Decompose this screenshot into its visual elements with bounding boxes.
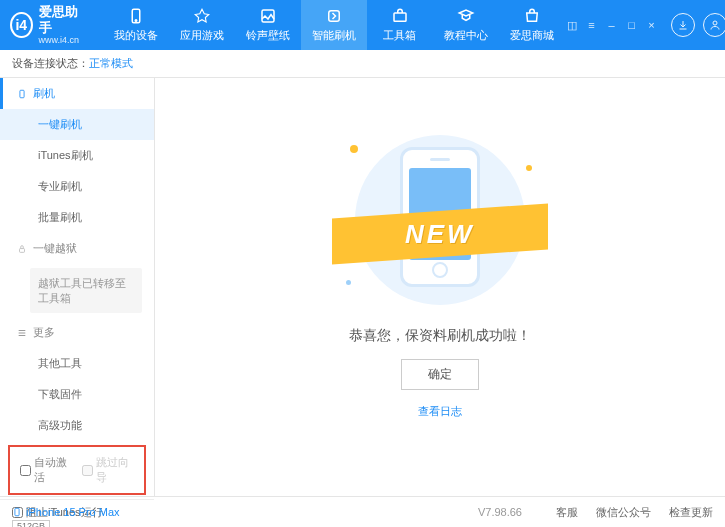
nav-label: 铃声壁纸 [246,28,290,43]
top-nav: 我的设备 应用游戏 铃声壁纸 智能刷机 工具箱 教程中心 爱思商城 [103,0,565,50]
title-bar: i4 爱思助手 www.i4.cn 我的设备 应用游戏 铃声壁纸 智能刷机 工具… [0,0,725,50]
menu-icon[interactable]: ≡ [585,18,599,32]
nav-flash[interactable]: 智能刷机 [301,0,367,50]
nav-label: 我的设备 [114,28,158,43]
checkbox-auto-activate[interactable]: 自动激活 [20,455,72,485]
sidebar-item-advanced[interactable]: 高级功能 [0,410,154,441]
phone-icon [17,89,27,99]
version-label: V7.98.66 [478,506,522,518]
svg-rect-7 [20,248,25,252]
download-button[interactable] [671,13,695,37]
skin-icon[interactable]: ◫ [565,18,579,32]
sidebar-section-jailbreak: 一键越狱 [0,233,154,264]
sidebar-item-firmware[interactable]: 下载固件 [0,379,154,410]
footer-link-update[interactable]: 检查更新 [669,505,713,520]
sidebar-item-itunes[interactable]: iTunes刷机 [0,140,154,171]
success-message: 恭喜您，保资料刷机成功啦！ [349,327,531,345]
minimize-icon[interactable]: – [605,18,619,32]
apps-icon [193,7,211,25]
sidebar-item-other[interactable]: 其他工具 [0,348,154,379]
flash-icon [325,7,343,25]
download-icon [677,19,689,31]
checkbox-label: 自动激活 [34,455,72,485]
checkbox-input[interactable] [82,465,93,476]
jailbreak-note: 越狱工具已转移至工具箱 [30,268,142,313]
phone-icon [12,507,22,517]
checkbox-input[interactable] [20,465,31,476]
ribbon-text: NEW [405,219,475,250]
tutorial-icon [457,7,475,25]
sidebar-item-batch[interactable]: 批量刷机 [0,202,154,233]
section-label: 更多 [33,325,55,340]
status-bar: 设备连接状态： 正常模式 [0,50,725,78]
svg-point-1 [135,20,137,22]
nav-label: 工具箱 [383,28,416,43]
section-label: 一键越狱 [33,241,77,256]
sidebar-item-oneclick[interactable]: 一键刷机 [0,109,154,140]
status-value: 正常模式 [89,56,133,71]
close-icon[interactable]: × [645,18,659,32]
sidebar: 刷机 一键刷机 iTunes刷机 专业刷机 批量刷机 一键越狱 越狱工具已转移至… [0,78,155,496]
sidebar-item-pro[interactable]: 专业刷机 [0,171,154,202]
nav-ringtone[interactable]: 铃声壁纸 [235,0,301,50]
nav-label: 爱思商城 [510,28,554,43]
main-content: NEW 恭喜您，保资料刷机成功啦！ 确定 查看日志 [155,78,725,496]
svg-rect-6 [20,90,24,98]
nav-tutorial[interactable]: 教程中心 [433,0,499,50]
app-name: 爱思助手 [39,4,83,35]
store-icon [523,7,541,25]
toolbox-icon [391,7,409,25]
device-name-text: iPhone 15 Pro Max [26,506,120,518]
svg-point-5 [713,21,717,25]
lock-icon [17,244,27,254]
nav-label: 教程中心 [444,28,488,43]
picture-icon [259,7,277,25]
view-log-link[interactable]: 查看日志 [418,404,462,419]
svg-rect-4 [394,13,406,21]
status-label: 设备连接状态： [12,56,89,71]
nav-label: 智能刷机 [312,28,356,43]
ok-button[interactable]: 确定 [401,359,479,390]
user-button[interactable] [703,13,725,37]
svg-rect-8 [15,509,19,517]
activation-options: 自动激活 跳过向导 [8,445,146,495]
list-icon [17,328,27,338]
nav-toolbox[interactable]: 工具箱 [367,0,433,50]
window-controls: ◫ ≡ – □ × [565,18,659,32]
svg-rect-3 [328,11,339,22]
sidebar-section-more[interactable]: 更多 [0,317,154,348]
sidebar-section-flash[interactable]: 刷机 [0,78,154,109]
device-icon [127,7,145,25]
nav-apps[interactable]: 应用游戏 [169,0,235,50]
user-icon [709,19,721,31]
nav-store[interactable]: 爱思商城 [499,0,565,50]
app-logo: i4 爱思助手 www.i4.cn [10,4,83,46]
checkbox-skip-setup[interactable]: 跳过向导 [82,455,134,485]
nav-my-device[interactable]: 我的设备 [103,0,169,50]
checkbox-label: 跳过向导 [96,455,134,485]
section-label: 刷机 [33,86,55,101]
nav-label: 应用游戏 [180,28,224,43]
footer-link-wechat[interactable]: 微信公众号 [596,505,651,520]
success-illustration: NEW [340,135,540,305]
app-subtitle: www.i4.cn [39,35,83,46]
footer-link-support[interactable]: 客服 [556,505,578,520]
logo-icon: i4 [10,12,33,38]
maximize-icon[interactable]: □ [625,18,639,32]
device-info: iPhone 15 Pro Max 512GB iPhone [0,499,154,527]
device-name[interactable]: iPhone 15 Pro Max [12,506,142,518]
storage-badge: 512GB [12,520,50,527]
